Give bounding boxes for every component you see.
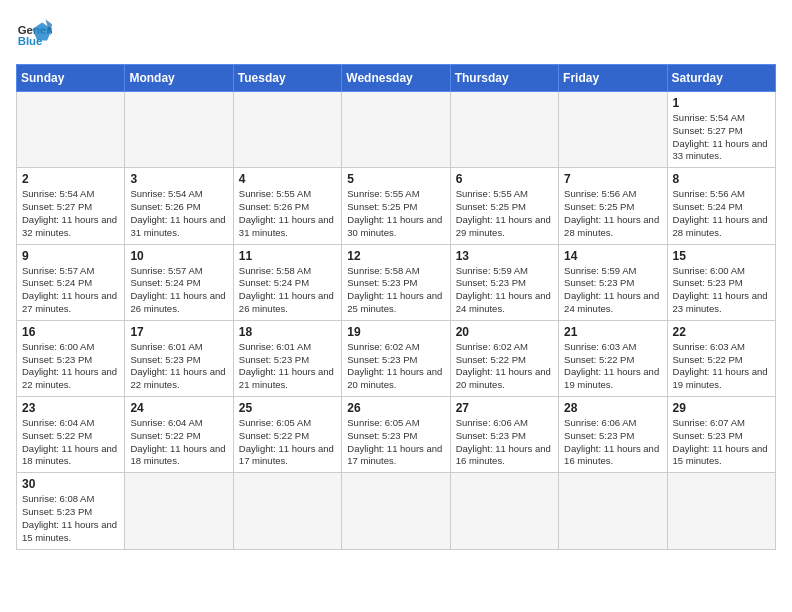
- day-number: 18: [239, 325, 336, 339]
- day-info: Sunrise: 6:06 AMSunset: 5:23 PMDaylight:…: [456, 417, 553, 468]
- day-info: Sunrise: 5:56 AMSunset: 5:24 PMDaylight:…: [673, 188, 770, 239]
- weekday-header: Monday: [125, 65, 233, 92]
- day-info: Sunrise: 5:54 AMSunset: 5:26 PMDaylight:…: [130, 188, 227, 239]
- calendar-day-cell: 12Sunrise: 5:58 AMSunset: 5:23 PMDayligh…: [342, 244, 450, 320]
- day-info: Sunrise: 6:04 AMSunset: 5:22 PMDaylight:…: [130, 417, 227, 468]
- calendar-week-row: 23Sunrise: 6:04 AMSunset: 5:22 PMDayligh…: [17, 397, 776, 473]
- calendar-day-cell: 10Sunrise: 5:57 AMSunset: 5:24 PMDayligh…: [125, 244, 233, 320]
- weekday-header: Friday: [559, 65, 667, 92]
- day-number: 12: [347, 249, 444, 263]
- calendar-day-cell: 21Sunrise: 6:03 AMSunset: 5:22 PMDayligh…: [559, 320, 667, 396]
- day-number: 10: [130, 249, 227, 263]
- calendar-day-cell: [125, 92, 233, 168]
- calendar-day-cell: 7Sunrise: 5:56 AMSunset: 5:25 PMDaylight…: [559, 168, 667, 244]
- calendar-day-cell: 20Sunrise: 6:02 AMSunset: 5:22 PMDayligh…: [450, 320, 558, 396]
- calendar-day-cell: 19Sunrise: 6:02 AMSunset: 5:23 PMDayligh…: [342, 320, 450, 396]
- calendar-day-cell: [125, 473, 233, 549]
- day-number: 3: [130, 172, 227, 186]
- day-number: 19: [347, 325, 444, 339]
- calendar-day-cell: 11Sunrise: 5:58 AMSunset: 5:24 PMDayligh…: [233, 244, 341, 320]
- logo-icon: General Blue: [16, 16, 52, 52]
- calendar-day-cell: [667, 473, 775, 549]
- calendar-table: SundayMondayTuesdayWednesdayThursdayFrid…: [16, 64, 776, 550]
- calendar-day-cell: 25Sunrise: 6:05 AMSunset: 5:22 PMDayligh…: [233, 397, 341, 473]
- weekday-header: Thursday: [450, 65, 558, 92]
- day-info: Sunrise: 6:01 AMSunset: 5:23 PMDaylight:…: [239, 341, 336, 392]
- calendar-day-cell: 9Sunrise: 5:57 AMSunset: 5:24 PMDaylight…: [17, 244, 125, 320]
- calendar-header-row: SundayMondayTuesdayWednesdayThursdayFrid…: [17, 65, 776, 92]
- day-info: Sunrise: 6:03 AMSunset: 5:22 PMDaylight:…: [564, 341, 661, 392]
- day-number: 14: [564, 249, 661, 263]
- calendar-day-cell: [559, 473, 667, 549]
- weekday-header: Tuesday: [233, 65, 341, 92]
- weekday-header: Sunday: [17, 65, 125, 92]
- calendar-day-cell: 5Sunrise: 5:55 AMSunset: 5:25 PMDaylight…: [342, 168, 450, 244]
- day-info: Sunrise: 6:05 AMSunset: 5:22 PMDaylight:…: [239, 417, 336, 468]
- day-number: 25: [239, 401, 336, 415]
- calendar-day-cell: 4Sunrise: 5:55 AMSunset: 5:26 PMDaylight…: [233, 168, 341, 244]
- day-number: 27: [456, 401, 553, 415]
- calendar-week-row: 2Sunrise: 5:54 AMSunset: 5:27 PMDaylight…: [17, 168, 776, 244]
- calendar-day-cell: 26Sunrise: 6:05 AMSunset: 5:23 PMDayligh…: [342, 397, 450, 473]
- day-info: Sunrise: 5:55 AMSunset: 5:25 PMDaylight:…: [456, 188, 553, 239]
- day-number: 5: [347, 172, 444, 186]
- calendar-day-cell: 13Sunrise: 5:59 AMSunset: 5:23 PMDayligh…: [450, 244, 558, 320]
- day-number: 7: [564, 172, 661, 186]
- day-info: Sunrise: 5:58 AMSunset: 5:23 PMDaylight:…: [347, 265, 444, 316]
- page-header: General Blue: [16, 16, 776, 52]
- day-info: Sunrise: 6:00 AMSunset: 5:23 PMDaylight:…: [22, 341, 119, 392]
- calendar-day-cell: 1Sunrise: 5:54 AMSunset: 5:27 PMDaylight…: [667, 92, 775, 168]
- day-info: Sunrise: 6:07 AMSunset: 5:23 PMDaylight:…: [673, 417, 770, 468]
- day-number: 4: [239, 172, 336, 186]
- calendar-day-cell: [342, 473, 450, 549]
- day-info: Sunrise: 6:04 AMSunset: 5:22 PMDaylight:…: [22, 417, 119, 468]
- day-info: Sunrise: 5:57 AMSunset: 5:24 PMDaylight:…: [22, 265, 119, 316]
- calendar-week-row: 9Sunrise: 5:57 AMSunset: 5:24 PMDaylight…: [17, 244, 776, 320]
- day-number: 24: [130, 401, 227, 415]
- day-number: 20: [456, 325, 553, 339]
- day-number: 26: [347, 401, 444, 415]
- calendar-day-cell: 14Sunrise: 5:59 AMSunset: 5:23 PMDayligh…: [559, 244, 667, 320]
- day-info: Sunrise: 5:54 AMSunset: 5:27 PMDaylight:…: [673, 112, 770, 163]
- day-info: Sunrise: 5:55 AMSunset: 5:25 PMDaylight:…: [347, 188, 444, 239]
- calendar-day-cell: 3Sunrise: 5:54 AMSunset: 5:26 PMDaylight…: [125, 168, 233, 244]
- calendar-day-cell: 8Sunrise: 5:56 AMSunset: 5:24 PMDaylight…: [667, 168, 775, 244]
- day-info: Sunrise: 5:55 AMSunset: 5:26 PMDaylight:…: [239, 188, 336, 239]
- day-number: 22: [673, 325, 770, 339]
- calendar-day-cell: 17Sunrise: 6:01 AMSunset: 5:23 PMDayligh…: [125, 320, 233, 396]
- day-info: Sunrise: 6:06 AMSunset: 5:23 PMDaylight:…: [564, 417, 661, 468]
- day-number: 1: [673, 96, 770, 110]
- day-number: 29: [673, 401, 770, 415]
- calendar-day-cell: [450, 473, 558, 549]
- day-info: Sunrise: 5:54 AMSunset: 5:27 PMDaylight:…: [22, 188, 119, 239]
- calendar-day-cell: 15Sunrise: 6:00 AMSunset: 5:23 PMDayligh…: [667, 244, 775, 320]
- weekday-header: Saturday: [667, 65, 775, 92]
- day-number: 21: [564, 325, 661, 339]
- logo: General Blue: [16, 16, 52, 52]
- day-number: 13: [456, 249, 553, 263]
- calendar-day-cell: 23Sunrise: 6:04 AMSunset: 5:22 PMDayligh…: [17, 397, 125, 473]
- day-info: Sunrise: 6:00 AMSunset: 5:23 PMDaylight:…: [673, 265, 770, 316]
- day-number: 11: [239, 249, 336, 263]
- calendar-day-cell: 22Sunrise: 6:03 AMSunset: 5:22 PMDayligh…: [667, 320, 775, 396]
- calendar-day-cell: 2Sunrise: 5:54 AMSunset: 5:27 PMDaylight…: [17, 168, 125, 244]
- day-info: Sunrise: 5:57 AMSunset: 5:24 PMDaylight:…: [130, 265, 227, 316]
- calendar-day-cell: 16Sunrise: 6:00 AMSunset: 5:23 PMDayligh…: [17, 320, 125, 396]
- calendar-day-cell: [233, 92, 341, 168]
- day-info: Sunrise: 6:08 AMSunset: 5:23 PMDaylight:…: [22, 493, 119, 544]
- day-number: 6: [456, 172, 553, 186]
- day-info: Sunrise: 6:05 AMSunset: 5:23 PMDaylight:…: [347, 417, 444, 468]
- calendar-day-cell: 18Sunrise: 6:01 AMSunset: 5:23 PMDayligh…: [233, 320, 341, 396]
- day-number: 2: [22, 172, 119, 186]
- calendar-day-cell: 24Sunrise: 6:04 AMSunset: 5:22 PMDayligh…: [125, 397, 233, 473]
- calendar-day-cell: [450, 92, 558, 168]
- calendar-day-cell: 28Sunrise: 6:06 AMSunset: 5:23 PMDayligh…: [559, 397, 667, 473]
- day-info: Sunrise: 6:01 AMSunset: 5:23 PMDaylight:…: [130, 341, 227, 392]
- calendar-week-row: 1Sunrise: 5:54 AMSunset: 5:27 PMDaylight…: [17, 92, 776, 168]
- weekday-header: Wednesday: [342, 65, 450, 92]
- day-info: Sunrise: 5:59 AMSunset: 5:23 PMDaylight:…: [456, 265, 553, 316]
- day-number: 9: [22, 249, 119, 263]
- day-number: 30: [22, 477, 119, 491]
- calendar-day-cell: 30Sunrise: 6:08 AMSunset: 5:23 PMDayligh…: [17, 473, 125, 549]
- calendar-day-cell: [342, 92, 450, 168]
